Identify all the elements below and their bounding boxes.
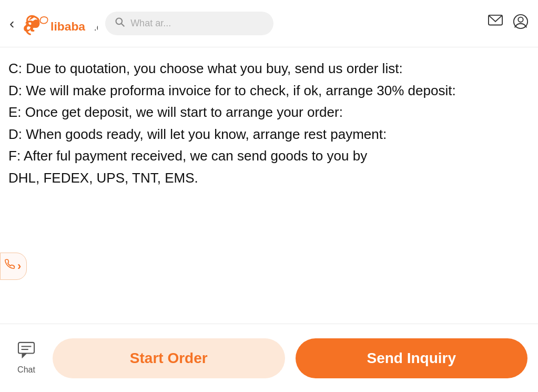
messages-icon[interactable]	[488, 14, 503, 33]
content-area: C: Due to quotation, you choose what you…	[0, 47, 538, 321]
chat-label: Chat	[17, 365, 35, 375]
back-button[interactable]: ‹	[9, 16, 14, 31]
account-icon[interactable]	[513, 14, 529, 33]
send-inquiry-label: Send Inquiry	[367, 350, 456, 366]
start-order-button[interactable]: Start Order	[53, 338, 285, 378]
line-shipping: DHL, FEDEX, UPS, TNT, EMS.	[8, 170, 198, 186]
svg-text:libaba: libaba	[50, 19, 85, 33]
line-f: F: After ful payment received, we can se…	[8, 148, 367, 164]
send-inquiry-button[interactable]: Send Inquiry	[296, 338, 528, 378]
phone-icon	[5, 259, 15, 274]
chat-icon	[17, 341, 35, 362]
floating-call-button[interactable]: ›	[0, 253, 27, 280]
svg-point-7	[518, 17, 523, 22]
line-d2: D: When goods ready, will let you know, …	[8, 126, 387, 142]
svg-line-4	[121, 24, 124, 26]
alibaba-logo-icon: á libaba .com	[24, 12, 98, 35]
search-icon	[115, 17, 125, 30]
line-d1: D: We will make proforma invoice for to …	[8, 83, 456, 98]
line-e1: E: Once get deposit, we will start to ar…	[8, 104, 343, 120]
header: ‹ á libaba .com What ar...	[0, 0, 538, 47]
svg-point-3	[116, 18, 123, 25]
bottom-action-bar: Chat Start Order Send Inquiry	[0, 324, 538, 392]
chat-button[interactable]: Chat	[11, 341, 42, 375]
svg-rect-8	[18, 343, 34, 354]
content-text: C: Due to quotation, you choose what you…	[8, 58, 530, 189]
svg-text:.com: .com	[94, 22, 98, 33]
search-bar[interactable]: What ar...	[105, 12, 273, 35]
line-c: C: Due to quotation, you choose what you…	[8, 61, 403, 76]
start-order-label: Start Order	[130, 350, 208, 366]
header-icons	[488, 14, 529, 33]
logo-area[interactable]: á libaba .com	[24, 12, 98, 35]
search-input-placeholder: What ar...	[130, 18, 171, 29]
chevron-right-icon: ›	[17, 257, 21, 275]
